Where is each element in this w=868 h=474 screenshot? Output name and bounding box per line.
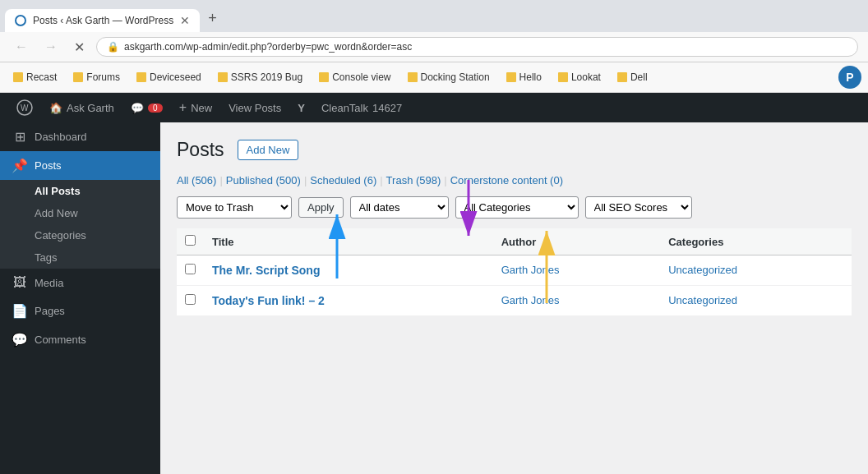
active-tab[interactable]: Posts ‹ Ask Garth — WordPress ✕ <box>5 9 200 32</box>
bookmarks-bar: Recast Forums Deviceseed SSRS 2019 Bug C… <box>0 62 868 93</box>
main-content: Posts Add New All (506) | Published (500… <box>160 122 868 474</box>
row-category-cell: Uncategorized <box>660 255 852 286</box>
sidebar-item-label: Comments <box>35 334 86 346</box>
filter-scheduled[interactable]: Scheduled (6) <box>310 174 376 186</box>
sep2: | <box>304 174 307 186</box>
row-checkbox-cell <box>177 286 204 316</box>
user-avatar[interactable]: P <box>838 66 861 89</box>
category-link[interactable]: Uncategorized <box>668 294 737 306</box>
forward-btn[interactable]: → <box>39 38 62 56</box>
comments-icon: 💬 <box>131 102 144 114</box>
row-category-cell: Uncategorized <box>660 286 852 316</box>
back-btn[interactable]: ← <box>10 38 33 56</box>
bookmark-hello[interactable]: Hello <box>500 70 548 85</box>
bookmark-label: Docking Station <box>421 71 490 83</box>
new-content-btn[interactable]: + New <box>171 93 220 122</box>
home-icon: 🏠 <box>49 102 62 114</box>
media-icon: 🖼 <box>12 275 28 290</box>
sidebar-item-pages[interactable]: 📄 Pages <box>0 297 160 325</box>
comments-btn[interactable]: 💬 0 <box>122 93 171 122</box>
sidebar-sub-tags[interactable]: Tags <box>0 246 160 269</box>
th-checkbox <box>177 228 204 255</box>
table-row: The Mr. Script Song Garth Jones Uncatego… <box>177 255 852 286</box>
folder-icon <box>136 72 146 82</box>
site-name-btn[interactable]: 🏠 Ask Garth <box>41 93 122 122</box>
bookmark-recast[interactable]: Recast <box>7 70 63 85</box>
sidebar-item-label: Dashboard <box>35 131 87 143</box>
reload-btn[interactable]: ✕ <box>69 38 90 57</box>
folder-icon <box>319 72 329 82</box>
sidebar-item-posts[interactable]: 📌 Posts <box>0 151 160 180</box>
post-title-link[interactable]: The Mr. Script Song <box>212 264 320 277</box>
bookmark-label: Hello <box>519 71 542 83</box>
bookmark-docking[interactable]: Docking Station <box>401 70 496 85</box>
posts-table: Title Author Categories The Mr. Script S… <box>177 228 852 316</box>
post-title-link[interactable]: Today's Fun link! – 2 <box>212 294 325 307</box>
sidebar-item-media[interactable]: 🖼 Media <box>0 269 160 297</box>
wp-logo-btn[interactable]: W <box>8 93 41 122</box>
sep3: | <box>380 174 382 186</box>
tab-close-btn[interactable]: ✕ <box>180 14 190 27</box>
row-checkbox[interactable] <box>185 294 196 305</box>
categories-filter-select[interactable]: All Categories <box>455 196 579 219</box>
row-author-cell: Garth Jones <box>493 286 661 316</box>
author-link[interactable]: Garth Jones <box>501 294 560 306</box>
bookmark-label: Forums <box>86 71 120 83</box>
filter-cornerstone[interactable]: Cornerstone content (0) <box>450 174 563 186</box>
select-all-checkbox[interactable] <box>185 235 196 246</box>
filter-all[interactable]: All (506) <box>177 174 216 186</box>
wp-admin: W 🏠 Ask Garth 💬 0 + New View Posts Y Cle… <box>0 93 868 474</box>
row-checkbox-cell <box>177 255 204 286</box>
new-label: New <box>191 102 212 114</box>
bookmark-label: SSRS 2019 Bug <box>231 71 302 83</box>
sidebar-sub-categories[interactable]: Categories <box>0 224 160 246</box>
bookmark-lookat[interactable]: Lookat <box>552 70 607 85</box>
address-bar[interactable]: 🔒 askgarth.com/wp-admin/edit.php?orderby… <box>96 37 858 57</box>
seo-filter-select[interactable]: All SEO Scores <box>585 196 692 219</box>
browser-toolbar: ← → ✕ 🔒 askgarth.com/wp-admin/edit.php?o… <box>0 32 868 62</box>
folder-icon <box>506 72 516 82</box>
address-text: askgarth.com/wp-admin/edit.php?orderby=p… <box>124 41 412 53</box>
dates-filter-select[interactable]: All dates <box>350 196 449 219</box>
author-link[interactable]: Garth Jones <box>501 264 560 276</box>
tab-bar: Posts ‹ Ask Garth — WordPress ✕ + <box>0 0 868 32</box>
yoast-icon-btn[interactable]: Y <box>289 93 313 122</box>
comments-menu-icon: 💬 <box>12 332 28 347</box>
bookmark-forums[interactable]: Forums <box>67 70 127 85</box>
cleantalk-btn[interactable]: CleanTalk 14627 <box>313 93 410 122</box>
folder-icon <box>13 72 23 82</box>
sidebar: ⊞ Dashboard 📌 Posts All Posts Add New Ca… <box>0 122 160 474</box>
sidebar-item-dashboard[interactable]: ⊞ Dashboard <box>0 122 160 151</box>
filter-trash[interactable]: Trash (598) <box>386 174 441 186</box>
lock-icon: 🔒 <box>107 41 119 53</box>
folder-icon <box>73 72 83 82</box>
bookmark-dell[interactable]: Dell <box>611 70 654 85</box>
posts-icon: 📌 <box>12 158 28 173</box>
table-row: Today's Fun link! – 2 Garth Jones Uncate… <box>177 286 852 316</box>
category-link[interactable]: Uncategorized <box>668 264 737 276</box>
new-tab-btn[interactable]: + <box>200 5 225 32</box>
bookmark-ssrs[interactable]: SSRS 2019 Bug <box>211 70 309 85</box>
bookmark-label: Console view <box>332 71 390 83</box>
svg-text:W: W <box>21 104 29 113</box>
wordpress-icon: W <box>16 99 33 116</box>
folder-icon <box>558 72 568 82</box>
view-posts-btn[interactable]: View Posts <box>220 93 289 122</box>
row-checkbox[interactable] <box>185 264 196 274</box>
sidebar-sub-add-new[interactable]: Add New <box>0 202 160 224</box>
sidebar-item-label: Pages <box>35 305 65 317</box>
add-new-btn[interactable]: Add New <box>238 140 299 160</box>
bulk-action-select[interactable]: Move to Trash <box>177 196 292 219</box>
folder-icon <box>218 72 228 82</box>
row-title-cell: The Mr. Script Song <box>204 255 493 286</box>
site-name: Ask Garth <box>67 102 114 114</box>
sidebar-item-comments[interactable]: 💬 Comments <box>0 325 160 354</box>
th-categories: Categories <box>660 228 852 255</box>
bookmark-deviceseed[interactable]: Deviceseed <box>130 70 208 85</box>
filter-published[interactable]: Published (500) <box>226 174 301 186</box>
apply-btn[interactable]: Apply <box>298 197 344 218</box>
sidebar-sub-all-posts[interactable]: All Posts <box>0 180 160 202</box>
view-posts-label: View Posts <box>229 102 281 114</box>
bookmark-console[interactable]: Console view <box>312 70 397 85</box>
page-header: Posts Add New <box>177 139 852 161</box>
